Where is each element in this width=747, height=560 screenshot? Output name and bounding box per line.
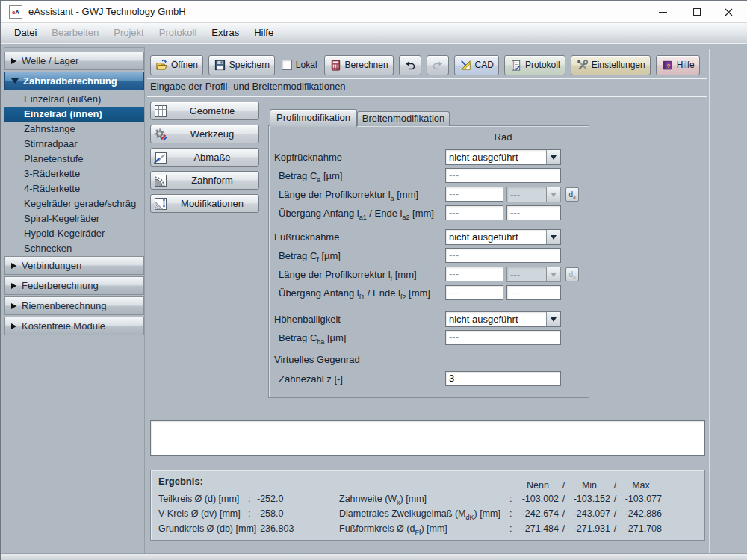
menu-datei[interactable]: Datei xyxy=(7,23,44,43)
menu-extras[interactable]: Extras xyxy=(204,23,247,43)
nenn-value: -103.002 xyxy=(517,493,559,505)
collapsed-arrow-icon xyxy=(11,283,16,289)
results-row-teilkreis: Teilkreis Ø (d) [mm] : -252.0 Zahnweite … xyxy=(151,493,704,506)
sidebar-section-welle-lager[interactable]: Welle / Lager xyxy=(4,52,144,70)
sidebar-item-einzelrad-aussen[interactable]: Einzelrad (außen) xyxy=(4,92,144,107)
kopfruecknahme-dropdown[interactable]: nicht ausgeführt xyxy=(445,149,561,165)
uebergang-a-field-2[interactable]: --- xyxy=(506,205,561,220)
betrag-ca-field[interactable]: --- xyxy=(445,168,561,183)
tab-profilmodifikation[interactable]: Profilmodifikation xyxy=(270,109,357,127)
zaehnezahl-field[interactable]: 3 xyxy=(445,371,561,386)
dropdown-arrow-button[interactable] xyxy=(546,230,560,244)
sidebar-section-label: Zahnradberechnung xyxy=(23,75,117,87)
separator xyxy=(147,96,707,97)
sidebar-section-riemenberechnung[interactable]: Riemenberechnung xyxy=(4,296,144,315)
lokal-checkbox[interactable] xyxy=(282,60,292,70)
menu-projekt: Projekt xyxy=(106,23,151,43)
result-value: -252.0 xyxy=(257,493,283,505)
save-button-label: Speichern xyxy=(229,60,270,70)
laenge-la-field[interactable]: --- xyxy=(445,187,503,202)
hoehenballigkeit-value: nicht ausgeführt xyxy=(449,312,518,326)
menu-hilfe[interactable]: Hilfe xyxy=(247,23,281,43)
fussruecknahme-value: nicht ausgeführt xyxy=(449,230,518,244)
sidebar-item-spiral-kegelraeder[interactable]: Spiral-Kegelräder xyxy=(4,211,144,226)
laenge-lf-field[interactable]: --- xyxy=(445,267,503,281)
sidebar-item-4-raederkette[interactable]: 4-Räderkette xyxy=(4,181,144,196)
window-title: eAssistant - GWJ Technology GmbH xyxy=(28,1,186,23)
berechnen-button[interactable]: Berechnen xyxy=(324,55,394,75)
results-row-grundkreis: Grundkreis Ø (db) [mm] : -236.803 Fußfor… xyxy=(151,523,704,536)
geometrie-button[interactable]: Geometrie xyxy=(150,102,259,120)
einstellungen-button[interactable]: Einstellungen xyxy=(571,55,651,75)
chevron-down-icon xyxy=(551,235,557,240)
werkzeug-button[interactable]: Werkzeug xyxy=(150,125,259,143)
max-value: -271.708 xyxy=(620,523,662,535)
geometrie-button-label: Geometrie xyxy=(169,102,255,119)
sidebar-item-3-raederkette[interactable]: 3-Räderkette xyxy=(4,167,144,181)
min-value: -271.931 xyxy=(568,523,610,535)
fussruecknahme-dropdown[interactable]: nicht ausgeführt xyxy=(445,229,561,245)
floppy-disk-icon xyxy=(214,59,226,72)
close-icon xyxy=(725,8,733,16)
uebergang-f-field-1[interactable]: --- xyxy=(445,285,503,300)
zahnform-button-label: Zahnform xyxy=(169,172,255,189)
abmasse-button[interactable]: Abmaße xyxy=(150,148,259,167)
chevron-down-icon xyxy=(551,317,557,322)
close-button[interactable] xyxy=(711,1,746,23)
laenge-la-dropdown-value: --- xyxy=(510,187,520,202)
betrag-cf-label: Betrag Cf [µm] xyxy=(279,248,341,268)
laenge-la-label: Länge der Profilkorrektur la [mm] xyxy=(279,187,418,207)
uebergang-a-field-1[interactable]: --- xyxy=(445,205,503,220)
col-max: Max xyxy=(620,479,662,492)
results-panel: Ergebnis: Nenn / Min / Max Teilkreis Ø (… xyxy=(150,470,705,541)
open-button-label: Öffnen xyxy=(171,60,198,70)
uebergang-f-field-2[interactable]: --- xyxy=(506,285,561,300)
modifikationen-button-label: Modifikationen xyxy=(169,195,255,212)
dl-toggle-button[interactable]: d/l xyxy=(565,187,579,202)
sidebar-item-einzelrad-innen[interactable]: Einzelrad (innen) xyxy=(4,107,144,122)
tools-icon xyxy=(576,59,589,72)
hilfe-button-label: Hilfe xyxy=(677,60,695,70)
sidebar-section-zahnradberechnung[interactable]: Zahnradberechnung xyxy=(4,72,144,90)
sidebar-item-hypoid-kegelraeder[interactable]: Hypoid-Kegelräder xyxy=(4,226,144,241)
nenn-value: -271.484 xyxy=(517,523,559,535)
redo-button xyxy=(427,55,449,75)
sidebar-section-federberechnung[interactable]: Federberechnung xyxy=(4,276,144,295)
abmasse-button-label: Abmaße xyxy=(169,149,255,166)
menu-protokoll: Protokoll xyxy=(152,23,205,43)
sidebar-item-planetenstufe[interactable]: Planetenstufe xyxy=(4,152,144,167)
result-value: -236.803 xyxy=(257,523,294,535)
sidebar-section-verbindungen[interactable]: Verbindungen xyxy=(4,256,144,275)
set-square-pencil-icon xyxy=(459,59,472,72)
message-area[interactable] xyxy=(150,420,705,456)
sidebar-section-kostenfreie-module[interactable]: Kostenfreie Module xyxy=(4,317,144,335)
laenge-lf-label: Länge der Profilkorrektur lf [mm] xyxy=(279,267,417,287)
hoehenballigkeit-dropdown[interactable]: nicht ausgeführt xyxy=(445,311,561,327)
menu-bar: Datei Bearbeiten Projekt Protokoll Extra… xyxy=(1,23,747,43)
sidebar-section-label: Riemenberechnung xyxy=(22,300,106,311)
tab-breitenmodifikation[interactable]: Breitenmodifikation xyxy=(357,111,450,126)
sidebar-item-kegelraeder[interactable]: Kegelräder gerade/schräg xyxy=(4,196,144,211)
sidebar-item-stirnradpaar[interactable]: Stirnradpaar xyxy=(4,137,144,152)
content-right-edge xyxy=(709,49,710,553)
protokoll-button[interactable]: Protokoll xyxy=(504,55,565,75)
col-sep: / xyxy=(610,479,620,492)
hilfe-button[interactable]: ? Hilfe xyxy=(656,55,700,75)
sidebar-section-label: Federberechnung xyxy=(22,280,99,291)
zahnform-button[interactable]: Zahnform xyxy=(150,171,259,190)
betrag-cf-field[interactable]: --- xyxy=(445,248,561,263)
dropdown-arrow-button xyxy=(546,187,560,202)
save-button[interactable]: Speichern xyxy=(208,55,275,75)
dropdown-arrow-button[interactable] xyxy=(546,150,560,164)
modifikationen-button[interactable]: Modifikationen xyxy=(150,194,259,213)
betrag-cha-field[interactable]: --- xyxy=(445,330,561,345)
sidebar-item-schnecken[interactable]: Schnecken xyxy=(4,241,144,256)
undo-button[interactable] xyxy=(399,55,421,75)
dropdown-arrow-button[interactable] xyxy=(546,312,560,326)
open-button[interactable]: Öffnen xyxy=(150,55,203,75)
hatched-arrows-icon xyxy=(153,196,168,211)
cad-button[interactable]: CAD xyxy=(454,55,499,75)
sidebar-item-zahnstange[interactable]: Zahnstange xyxy=(4,122,144,137)
maximize-button[interactable] xyxy=(680,1,714,23)
minimize-button[interactable] xyxy=(645,1,680,23)
